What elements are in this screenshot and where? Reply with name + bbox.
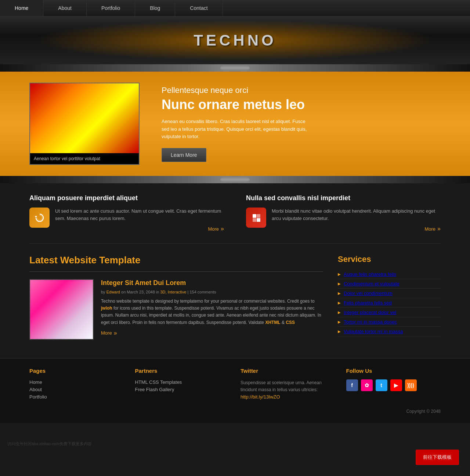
post-excerpt: Techno website template is designed by t… — [101, 298, 323, 326]
post-title[interactable]: Integer Sit Amet Dui Lorem — [101, 279, 323, 287]
xhtml-link[interactable]: XHTML — [265, 320, 280, 325]
divider-ornament-bottom — [220, 176, 250, 183]
footer-link-about[interactable]: About — [29, 387, 124, 392]
sidebar: Services Augue felis pharetra felis Cond… — [338, 255, 441, 347]
svg-rect-3 — [253, 218, 256, 222]
post-date: March 23, 2048 — [127, 290, 155, 294]
puzzle-icon — [251, 212, 262, 223]
feature-left-more-link[interactable]: More » — [208, 226, 224, 232]
bottom-divider — [0, 176, 470, 183]
divider-ornament — [220, 64, 250, 72]
hero-section: Aenean tortor vel porttitor volutpat Pel… — [0, 72, 470, 176]
post-category-link[interactable]: 3D, Interactive — [160, 290, 186, 294]
post-thumbnail — [29, 279, 94, 340]
chevron-right-icon-2: » — [437, 226, 441, 232]
footer-follow-title: Follow Us — [346, 368, 441, 374]
service-item-4: Felis pharetra felis sed — [338, 298, 441, 308]
feature-right-title: Nulla sed convallis nisl imperdiet — [246, 194, 441, 202]
featured-image-box: Aenean tortor vel porttitor volutpat — [29, 83, 140, 165]
footer-pages: Pages Home About Portfolio — [29, 368, 124, 401]
nav-blog[interactable]: Blog — [135, 0, 175, 16]
rss-icon[interactable]: )))) — [405, 379, 417, 391]
footer-twitter-text: Suspendisse at scelerisque urna. Aenean … — [241, 379, 335, 401]
flickr-icon[interactable]: ✿ — [361, 379, 373, 391]
facebook-icon[interactable]: f — [346, 379, 358, 391]
feature-right-icon — [246, 208, 266, 228]
services-list: Augue felis pharetra felis Condimentum e… — [338, 270, 441, 336]
feature-right-body: Morbi blandit nunc vitae odio volutpat h… — [246, 208, 441, 232]
footer-link-home[interactable]: Home — [29, 379, 124, 385]
footer-partners-title: Partners — [135, 368, 230, 374]
twitter-icon[interactable]: t — [376, 379, 387, 391]
feature-left-body: Ut sed lorem ac ante cursus auctor. Nam … — [29, 208, 224, 232]
hero-text: Aenean eu convallis libero. Cras iaculis… — [162, 118, 308, 141]
blog-post: Integer Sit Amet Dui Lorem by Edward on … — [29, 279, 323, 340]
feature-right-more-link[interactable]: More » — [424, 226, 441, 232]
svg-rect-4 — [257, 218, 260, 222]
youtube-icon[interactable]: ▶ — [390, 379, 402, 391]
main-section: Latest Website Template Integer Sit Amet… — [0, 244, 470, 358]
hero-heading: Nunc ornare metus leo — [162, 97, 441, 112]
footer-twitter-title: Twitter — [241, 368, 335, 374]
credit-link[interactable]: jwloh — [101, 306, 112, 311]
hero-header: TECHNO — [0, 17, 470, 64]
footer-partners: Partners HTML CSS Templates Free Flash G… — [135, 368, 230, 401]
feature-left-text: Ut sed lorem ac ante cursus auctor. Nam … — [55, 208, 224, 222]
main-content: Latest Website Template Integer Sit Amet… — [29, 255, 338, 347]
post-comments: 154 comments — [189, 290, 216, 294]
feature-right-more: More » — [272, 226, 441, 232]
featured-image — [30, 83, 139, 153]
post-more-chevron: » — [114, 330, 117, 336]
nav-home[interactable]: Home — [0, 0, 43, 16]
footer-link-portfolio[interactable]: Portfolio — [29, 394, 124, 400]
features-section: Aliquam posuere imperdiet aliquet Ut sed… — [0, 183, 470, 243]
footer: Pages Home About Portfolio Partners HTML… — [0, 358, 470, 423]
nav-portfolio[interactable]: Portfolio — [87, 0, 135, 16]
post-more-link[interactable]: More » — [101, 330, 323, 336]
footer-twitter-link[interactable]: http://bit.ly/13lwZO — [241, 394, 280, 400]
refresh-icon — [34, 212, 45, 223]
footer-grid: Pages Home About Portfolio Partners HTML… — [29, 368, 441, 401]
post-author-link[interactable]: Edward — [106, 290, 120, 294]
service-item-2: Condimentum et vulputate — [338, 279, 441, 289]
svg-marker-0 — [35, 216, 37, 218]
footer-follow: Follow Us f ✿ t ▶ )))) — [346, 368, 441, 401]
nav-contact[interactable]: Contact — [175, 0, 223, 16]
service-item-3: Dolor vel condimentum — [338, 289, 441, 298]
top-divider — [0, 64, 470, 72]
css-link[interactable]: CSS — [286, 320, 295, 325]
copyright-text: Copyright © 2048 — [406, 409, 441, 414]
service-item-6: Tortor mi in massa donec — [338, 317, 441, 327]
feature-left: Aliquam posuere imperdiet aliquet Ut sed… — [29, 194, 224, 232]
svg-rect-2 — [257, 214, 260, 218]
footer-copyright: Copyright © 2048 — [29, 409, 441, 414]
post-content: Integer Sit Amet Dui Lorem by Edward on … — [101, 279, 323, 340]
service-item-5: Integer placerat dolor vel — [338, 308, 441, 317]
feature-left-title: Aliquam posuere imperdiet aliquet — [29, 194, 224, 202]
social-icons: f ✿ t ▶ )))) — [346, 379, 441, 391]
footer-partner-2[interactable]: Free Flash Gallery — [135, 387, 230, 392]
feature-right: Nulla sed convallis nisl imperdiet Morbi… — [246, 194, 441, 232]
site-title: TECHNO — [194, 32, 276, 49]
hero-subtitle: Pellentesque neque orci — [162, 86, 441, 95]
svg-rect-1 — [253, 214, 256, 218]
nav-about[interactable]: About — [43, 0, 87, 16]
hero-content: Pellentesque neque orci Nunc ornare metu… — [162, 86, 441, 162]
footer-twitter: Twitter Suspendisse at scelerisque urna.… — [241, 368, 335, 401]
section-rule — [29, 271, 323, 272]
feature-right-text: Morbi blandit nunc vitae odio volutpat h… — [272, 208, 441, 222]
learn-more-button[interactable]: Learn More — [162, 148, 206, 162]
chevron-right-icon: » — [221, 226, 224, 232]
feature-left-more: More » — [55, 226, 224, 232]
footer-pages-title: Pages — [29, 368, 124, 374]
main-section-heading: Latest Website Template — [29, 255, 323, 266]
main-nav: Home About Portfolio Blog Contact — [0, 0, 470, 17]
feature-left-icon — [29, 208, 50, 228]
service-item-1: Augue felis pharetra felis — [338, 270, 441, 279]
post-more: More » — [101, 330, 323, 336]
post-meta: by Edward on March 23, 2048 in 3D, Inter… — [101, 290, 323, 294]
service-item-7: Vulputate tortor mi in massa — [338, 327, 441, 336]
sidebar-title: Services — [338, 255, 441, 264]
featured-caption: Aenean tortor vel porttitor volutpat — [30, 153, 139, 164]
footer-partner-1[interactable]: HTML CSS Templates — [135, 379, 230, 385]
